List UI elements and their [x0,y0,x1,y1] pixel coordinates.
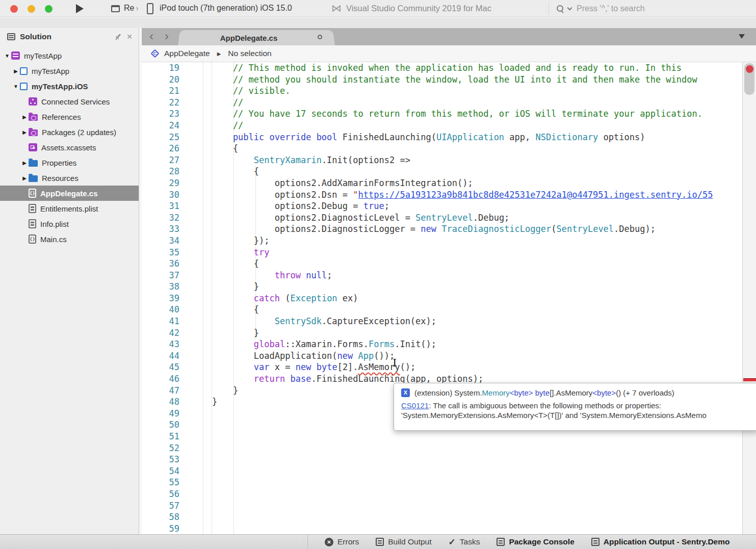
dock-item-build-output[interactable]: Build Output [376,537,431,546]
scrollbar-error-marker[interactable] [743,378,756,381]
errors-icon [325,538,333,546]
disclosure-right-icon[interactable]: ▶ [20,175,29,181]
sidebar-item-entitlements-plist[interactable]: Entitlements.plist [0,201,139,216]
tab-list-dropdown-icon[interactable] [739,34,745,39]
disclosure-right-icon[interactable]: ▶ [12,68,20,74]
sidebar-item-info-plist[interactable]: Info.plist [0,216,139,231]
line-number: 34 [142,235,179,247]
code-token: app, [504,132,535,142]
code-token: () (+ 7 overloads) [616,388,674,397]
vertical-scrollbar[interactable] [742,62,756,534]
sidebar-item-label: Info.plist [40,220,69,228]
dsn-url-link[interactable]: https://5a193123a9b841bc8d8e42531e7242a1… [358,190,713,200]
code-line: // [191,97,742,109]
line-number: 51 [142,431,179,442]
build-configuration-selector[interactable]: Re› [124,4,138,13]
code-token: // method you should instantiate the win… [191,74,697,85]
dock-item-label: Tasks [460,537,480,546]
code-editor[interactable]: 1920212223242526272829303132333435363738… [142,62,756,534]
close-window-button[interactable] [10,5,18,13]
code-line [191,465,742,477]
code-token: <byte> [510,388,533,397]
navigate-back-button[interactable]: ‹ [145,29,158,43]
line-number: 44 [142,350,179,362]
code-line: } [191,281,742,293]
disclosure-right-icon[interactable]: ▶ [20,129,29,135]
code-token: (extension) System. [414,388,482,397]
search-input[interactable]: Press '^,' to search [556,0,756,17]
dock-item-tasks[interactable]: Tasks [449,537,480,547]
code-line [191,454,742,465]
close-icon[interactable]: ✕ [126,33,133,41]
plist-file-icon [29,219,36,228]
sidebar-item-mytestapp[interactable]: ▶myTestApp [0,63,139,79]
line-number: 23 [142,108,179,120]
code-token: [2]. [337,362,358,372]
sidebar-item-appdelegate-cs[interactable]: AppDelegate.cs [0,186,139,201]
line-number: 29 [142,177,179,189]
code-line: options2.AddXamarinFormsIntegration(); [191,177,742,189]
dock-item-label: Application Output - Sentry.Demo [604,537,730,546]
line-number: 25 [142,132,179,143]
code-token: null [306,270,327,280]
search-placeholder: Press '^,' to search [577,4,645,13]
code-token: { [191,258,259,269]
sidebar-item-packages-2-updates[interactable]: ▶Packages (2 updates) [0,124,139,140]
sidebar-item-mytestapp-ios[interactable]: ▼myTestApp.iOS [0,79,139,94]
breadcrumb-selection[interactable]: No selection [228,49,271,58]
disclosure-right-icon[interactable]: ▶ [20,114,29,120]
code-token: // This method is invoked when the appli… [191,63,682,73]
line-number: 45 [142,361,179,373]
sidebar-item-main-cs[interactable]: Main.cs [0,231,139,247]
code-line [191,500,742,512]
code-token: UIApplication [436,132,504,142]
code-line [191,511,742,523]
code-token: try [191,247,270,257]
console-icon [376,538,384,546]
dock-item-package-console[interactable]: Package Console [497,537,574,546]
code-token: .CaptureException(ex); [322,316,436,326]
code-lines: // This method is invoked when the appli… [191,62,742,534]
code-token: SentryLevel [557,224,614,234]
zoom-window-button[interactable] [45,5,53,13]
error-code-link[interactable]: CS0121 [401,401,429,410]
minimize-window-button[interactable] [28,5,35,13]
pin-icon[interactable] [113,32,123,42]
scrollbar-error-dot[interactable] [746,65,753,73]
line-number: 21 [142,85,179,97]
sidebar-item-resources[interactable]: ▶Resources [0,170,139,186]
sidebar-item-connected-services[interactable]: Connected Services [0,94,139,109]
code-token: options2.DiagnosticLevel = [191,213,415,223]
sidebar-item-mytestapp[interactable]: ▼myTestApp [0,48,139,63]
code-line: // visible. [191,85,742,97]
tab-close-dot-icon[interactable] [318,35,322,39]
code-line: var x = new byte[2].AsMemory(); [191,361,742,373]
code-line [191,442,742,454]
disclosure-right-icon[interactable]: ▶ [20,160,29,166]
line-number: 57 [142,500,179,512]
dock-item-application-output-sentry-demo[interactable]: Application Output - Sentry.Demo [591,537,730,546]
console-icon [497,538,505,546]
code-token: ex) [337,293,358,303]
editor-area: ‹ › AppDelegate.cs AppDelegate ▶ No sele… [142,28,756,534]
solution-pad-icon [7,33,15,40]
code-line: { [191,166,742,177]
device-selector[interactable]: iPod touch (7th generation) iOS 15.0 [160,4,292,13]
code-token: .Debug); [614,224,656,234]
sidebar-item-properties[interactable]: ▶Properties [0,155,139,170]
run-button[interactable] [76,4,84,13]
breadcrumb-class[interactable]: AppDelegate [164,49,210,58]
sidebar-item-references[interactable]: ▶References [0,109,139,124]
sidebar-item-assets-xcassets[interactable]: Assets.xcassets [0,140,139,155]
disclosure-down-icon[interactable]: ▼ [12,84,20,89]
line-number: 37 [142,270,179,281]
disclosure-down-icon[interactable]: ▼ [3,53,11,59]
code-token: // [191,97,243,108]
line-number: 32 [142,212,179,224]
code-line: options2.DiagnosticLogger = new TraceDia… [191,223,742,235]
navigate-forward-button[interactable]: › [160,29,173,43]
code-token: public override bool [191,132,337,142]
dock-item-errors[interactable]: Errors [325,537,359,546]
solution-tree: ▼myTestApp▶myTestApp▼myTestApp.iOSConnec… [0,45,139,247]
tab-appdelegate[interactable]: AppDelegate.cs [183,30,330,45]
